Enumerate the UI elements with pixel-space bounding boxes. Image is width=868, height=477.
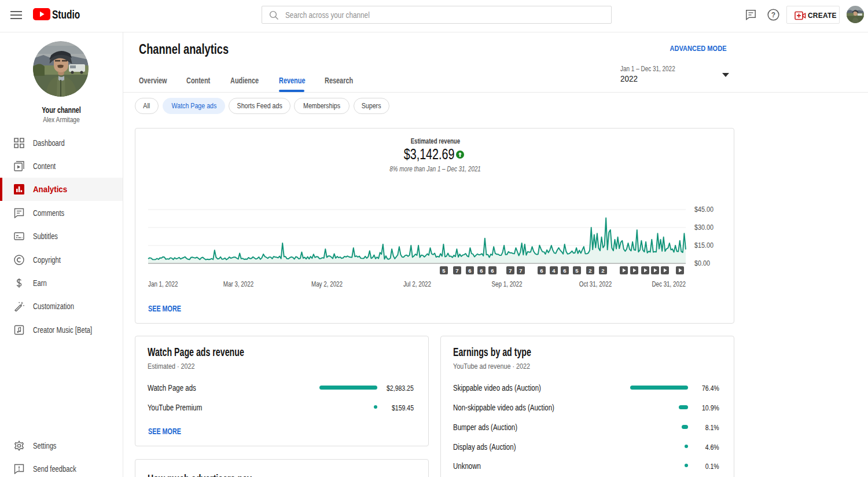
svg-text:Sep 1, 2022: Sep 1, 2022 (491, 280, 522, 288)
svg-text:7: 7 (519, 267, 522, 274)
svg-text:Mar 3, 2022: Mar 3, 2022 (223, 280, 254, 288)
svg-text:2: 2 (589, 267, 591, 274)
svg-text:$30.00: $30.00 (694, 223, 713, 232)
svg-text:$0.00: $0.00 (694, 259, 710, 267)
svg-text:4: 4 (552, 267, 556, 274)
svg-text:6: 6 (480, 267, 483, 274)
svg-text:?: ? (771, 11, 775, 19)
svg-text:6: 6 (540, 267, 543, 274)
svg-text:6: 6 (491, 267, 494, 274)
svg-text:6: 6 (563, 267, 566, 274)
svg-text:$15.00: $15.00 (694, 241, 713, 249)
svg-text:2: 2 (601, 267, 604, 274)
svg-text:6: 6 (468, 267, 471, 274)
svg-text:7: 7 (509, 267, 512, 274)
svg-text:Jan 1, 2022: Jan 1, 2022 (148, 280, 178, 288)
svg-text:Dec 31, 2022: Dec 31, 2022 (652, 280, 686, 288)
svg-text:May 2, 2022: May 2, 2022 (311, 280, 343, 288)
svg-text:Jul 2, 2022: Jul 2, 2022 (403, 280, 431, 288)
svg-text:Oct 31, 2022: Oct 31, 2022 (579, 280, 612, 288)
svg-text:5: 5 (442, 267, 446, 274)
svg-text:7: 7 (455, 267, 458, 274)
svg-text:5: 5 (575, 267, 579, 274)
svg-text:$45.00: $45.00 (694, 206, 713, 214)
